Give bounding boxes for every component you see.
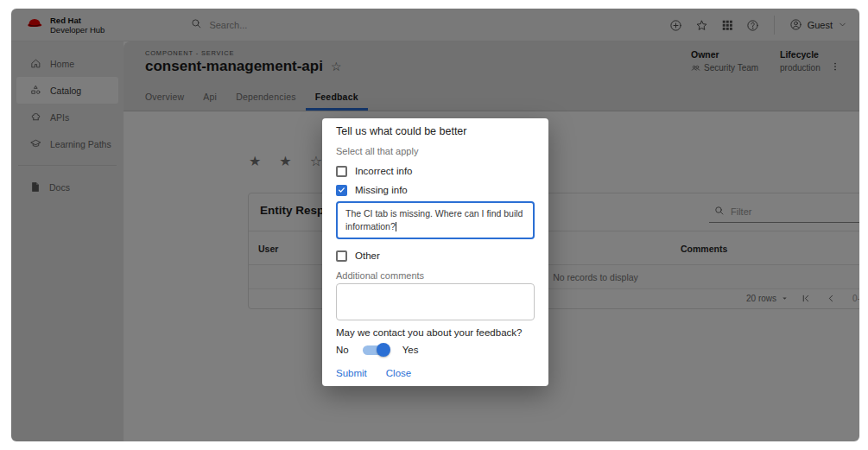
contact-toggle-row: No Yes (336, 342, 535, 358)
checkbox-unchecked-icon (336, 250, 347, 262)
checkbox-checked-icon (336, 185, 347, 196)
contact-question: May we contact you about your feedback? (336, 327, 535, 338)
checkbox-missing-info[interactable]: Missing info (336, 181, 535, 200)
modal-title: Tell us what could be better (336, 125, 535, 137)
close-button[interactable]: Close (386, 368, 411, 378)
toggle-thumb (377, 343, 390, 357)
toggle-off-label: No (336, 345, 349, 355)
contact-toggle[interactable] (361, 342, 390, 358)
submit-button[interactable]: Submit (336, 368, 367, 378)
text-cursor (396, 222, 396, 231)
feedback-text: The CI tab is missing. Where can I find … (345, 208, 523, 231)
additional-comments-label: Additional comments (336, 270, 535, 281)
additional-comments-textarea[interactable] (336, 283, 535, 320)
checkbox-other[interactable]: Other (336, 246, 535, 265)
modal-actions: Submit Close (336, 368, 535, 378)
modal-subtitle: Select all that apply (336, 146, 535, 156)
checkbox-incorrect-info[interactable]: Incorrect info (336, 162, 535, 181)
feedback-textarea[interactable]: The CI tab is missing. Where can I find … (336, 201, 535, 239)
feedback-modal: Tell us what could be better Select all … (322, 118, 548, 386)
checkbox-unchecked-icon (336, 166, 347, 177)
app-window: Red Hat Developer Hub (11, 9, 859, 441)
toggle-on-label: Yes (402, 345, 419, 355)
